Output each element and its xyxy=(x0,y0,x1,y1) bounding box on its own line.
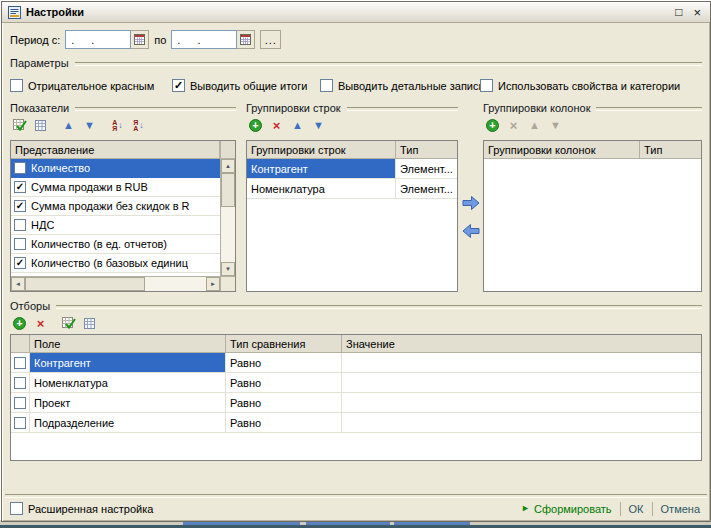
column-groupings-type-header[interactable]: Тип xyxy=(640,141,701,159)
table-row[interactable]: Количество xyxy=(11,159,220,178)
filter-field-cell[interactable]: Контрагент xyxy=(30,353,226,372)
sort-descending-button[interactable]: ЯА ↓ xyxy=(129,116,148,135)
move-up-button[interactable]: ▲ xyxy=(288,116,307,135)
scroll-track[interactable] xyxy=(221,207,235,262)
uncheck-all-button[interactable] xyxy=(80,314,99,333)
move-up-button[interactable]: ▲ xyxy=(59,116,78,135)
filters-comparison-header[interactable]: Тип сравнения xyxy=(226,335,342,353)
column-groupings-name-header[interactable]: Группировки колонок xyxy=(484,141,640,159)
output-grand-totals-checkbox[interactable]: ✓ Выводить общие итоги xyxy=(172,78,307,93)
row-groupings-toolbar: + × ▲ ▼ xyxy=(246,115,328,136)
title-bar[interactable]: Настройки □ × xyxy=(2,2,710,23)
filter-comparison-cell[interactable]: Равно xyxy=(226,413,342,432)
filters-checkbox-header[interactable] xyxy=(11,335,30,353)
vertical-scrollbar[interactable]: ▲ ▼ xyxy=(220,159,235,276)
row-checkbox[interactable]: ✓ xyxy=(14,257,26,269)
table-row[interactable]: Номенклатура Равно xyxy=(11,373,701,393)
move-to-rows-button[interactable] xyxy=(460,222,482,239)
sort-ascending-button[interactable]: АЯ ↓ xyxy=(108,116,127,135)
table-row[interactable]: ✓ Сумма продажи в RUB xyxy=(11,178,220,197)
uncheck-all-button[interactable] xyxy=(31,116,50,135)
output-detail-records-checkbox[interactable]: Выводить детальные записи xyxy=(320,78,485,93)
row-checkbox[interactable] xyxy=(14,238,26,250)
row-checkbox[interactable] xyxy=(14,357,26,369)
table-row[interactable]: Подразделение Равно xyxy=(11,413,701,433)
close-button[interactable]: × xyxy=(693,6,701,19)
row-groupings-type-header[interactable]: Тип xyxy=(396,141,457,159)
grouping-type-cell[interactable]: Элемент... xyxy=(396,159,457,178)
filters-value-header[interactable]: Значение xyxy=(342,335,701,353)
move-down-button[interactable]: ▼ xyxy=(80,116,99,135)
row-groupings-name-header[interactable]: Группировки строк xyxy=(247,141,396,159)
filter-comparison-cell[interactable]: Равно xyxy=(226,373,342,392)
filter-value-cell[interactable] xyxy=(342,413,701,432)
row-checkbox[interactable]: ✓ xyxy=(14,200,26,212)
filter-field-cell[interactable]: Подразделение xyxy=(30,413,226,432)
scroll-up-button[interactable]: ▲ xyxy=(221,159,235,173)
scroll-track[interactable] xyxy=(145,277,206,291)
move-down-button[interactable]: ▼ xyxy=(309,116,328,135)
indicators-section-header: Показатели xyxy=(10,101,236,114)
table-row[interactable]: Контрагент Равно xyxy=(11,353,701,373)
grouping-name-cell[interactable]: Контрагент xyxy=(247,159,396,178)
indicators-column-header[interactable]: Представление xyxy=(11,141,220,159)
row-checkbox[interactable] xyxy=(14,397,26,409)
settings-window-icon[interactable] xyxy=(8,6,21,19)
scroll-thumb[interactable] xyxy=(221,173,235,207)
table-row[interactable]: Количество (в ед. отчетов) xyxy=(11,235,220,254)
table-row[interactable]: Номенклатура Элемент... xyxy=(247,179,457,199)
add-button[interactable]: + xyxy=(10,314,29,333)
row-checkbox[interactable] xyxy=(14,162,26,174)
row-checkbox[interactable] xyxy=(14,377,26,389)
grouping-name-cell[interactable]: Номенклатура xyxy=(247,179,396,198)
row-checkbox[interactable] xyxy=(14,219,26,231)
scroll-down-button[interactable]: ▼ xyxy=(221,262,235,276)
delete-button[interactable]: × xyxy=(267,116,286,135)
table-row[interactable]: ✓ Сумма продажи без скидок в R xyxy=(11,197,220,216)
scroll-right-button[interactable]: ► xyxy=(206,277,220,291)
use-properties-categories-checkbox[interactable]: Использовать свойства и категории xyxy=(480,78,680,93)
checkbox-box[interactable] xyxy=(10,79,23,92)
add-button[interactable]: + xyxy=(246,116,265,135)
scroll-thumb[interactable] xyxy=(25,277,145,291)
generate-button[interactable]: ► Сформировать xyxy=(521,503,611,515)
checkbox-box[interactable] xyxy=(10,502,23,515)
add-button[interactable]: + xyxy=(483,116,502,135)
ok-button[interactable]: ОК xyxy=(629,503,644,515)
table-row[interactable]: Контрагент Элемент... xyxy=(247,159,457,179)
row-checkbox[interactable]: ✓ xyxy=(14,181,26,193)
negative-in-red-checkbox[interactable]: Отрицательное красным xyxy=(10,78,154,93)
horizontal-scrollbar[interactable]: ◄ ► xyxy=(11,276,220,291)
scroll-left-button[interactable]: ◄ xyxy=(11,277,25,291)
period-to-calendar-button[interactable] xyxy=(237,30,255,49)
filter-value-cell[interactable] xyxy=(342,393,701,412)
table-row[interactable]: ✓ Количество (в базовых единиц xyxy=(11,254,220,273)
check-all-button[interactable] xyxy=(59,314,78,333)
footer-bar: Расширенная настройка ► Сформировать ОК … xyxy=(10,499,700,518)
period-from-input[interactable]: . . xyxy=(65,30,131,49)
filter-comparison-cell[interactable]: Равно xyxy=(226,393,342,412)
table-row[interactable]: НДС xyxy=(11,216,220,235)
filter-field-cell[interactable]: Проект xyxy=(30,393,226,412)
cancel-button[interactable]: Отмена xyxy=(661,503,700,515)
check-all-button[interactable] xyxy=(10,116,29,135)
filter-comparison-cell[interactable]: Равно xyxy=(226,353,342,372)
table-row[interactable]: Проект Равно xyxy=(11,393,701,413)
grouping-type-cell[interactable]: Элемент... xyxy=(396,179,457,198)
filter-field-cell[interactable]: Номенклатура xyxy=(30,373,226,392)
row-checkbox[interactable] xyxy=(14,417,26,429)
filters-field-header[interactable]: Поле xyxy=(30,335,226,353)
period-to-input[interactable]: . . xyxy=(171,30,237,49)
filter-value-cell[interactable] xyxy=(342,373,701,392)
advanced-settings-checkbox[interactable]: Расширенная настройка xyxy=(10,502,153,515)
checkbox-box[interactable] xyxy=(320,79,333,92)
period-from-calendar-button[interactable] xyxy=(131,30,149,49)
checkbox-box[interactable]: ✓ xyxy=(172,79,185,92)
period-more-button[interactable]: ... xyxy=(260,30,281,49)
filter-value-cell[interactable] xyxy=(342,353,701,372)
maximize-button[interactable]: □ xyxy=(675,6,682,19)
move-to-columns-button[interactable] xyxy=(460,194,482,211)
checkbox-box[interactable] xyxy=(480,79,493,92)
check-all-icon xyxy=(13,119,27,132)
delete-button[interactable]: × xyxy=(31,314,50,333)
